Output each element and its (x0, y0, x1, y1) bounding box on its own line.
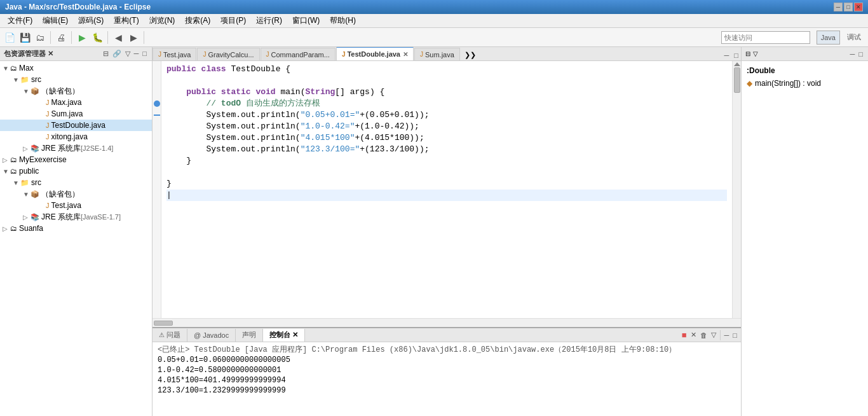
title-bar: Java - Max/src/TestDouble.java - Eclipse… (0, 0, 868, 14)
tab-commandparam[interactable]: J CommandParam... (261, 48, 336, 60)
back-button[interactable]: ◀ (111, 31, 125, 45)
minimize-button[interactable]: ─ (834, 3, 843, 11)
tab-javadoc[interactable]: @ Javadoc (187, 329, 236, 342)
scroll-up-arrow[interactable] (734, 62, 740, 66)
tree-item-suanfa[interactable]: ▷ 🗂 Suanfa (0, 223, 152, 234)
tree-item-testjava[interactable]: J Test.java (0, 200, 152, 211)
perspective-debug-button[interactable]: 调试 (843, 31, 865, 45)
menu-file[interactable]: 文件(F) (3, 14, 37, 27)
expand-arrow: ▷ (23, 145, 29, 152)
save-all-button[interactable]: 🗂 (33, 31, 47, 45)
package-icon: 📦 (31, 190, 39, 198)
editor-maximize-button[interactable]: □ (731, 50, 741, 60)
outline-class-name: :Double (747, 66, 863, 75)
tree-item-myexexercise[interactable]: ▷ 🗂 MyExexercise (0, 154, 152, 165)
remove-launch-button[interactable]: ✕ (689, 330, 698, 340)
tab-label: Test.java (163, 51, 191, 59)
link-editor-button[interactable]: 🔗 (111, 49, 123, 59)
menu-source[interactable]: 源码(S) (73, 14, 109, 27)
tree-label: TestDouble.java (51, 121, 105, 130)
tab-overflow-button[interactable]: ❯❯ (461, 50, 480, 60)
editor-hscrollbar[interactable] (153, 318, 741, 327)
tree-item-jre1[interactable]: ▷ 📚 JRE 系统库 [J2SE-1.4] (0, 142, 152, 154)
menu-refactor[interactable]: 重构(T) (109, 14, 144, 27)
console-line-4: 123.3/100=1.2329999999999999 (158, 385, 736, 396)
editor-minimize-button[interactable]: ─ (722, 50, 732, 60)
tab-close-button[interactable]: ✕ (403, 51, 408, 58)
tab-declaration[interactable]: 声明 (236, 329, 263, 342)
tree-item-default-pkg2[interactable]: ▼ 📦 （缺省包） (0, 188, 152, 200)
tree-item-src2[interactable]: ▼ 📁 src (0, 177, 152, 188)
search-input[interactable] (721, 31, 810, 44)
expand-arrow: ▼ (13, 76, 19, 83)
menu-search[interactable]: 搜索(A) (180, 14, 215, 27)
panel-menu-button[interactable]: ▽ (124, 49, 132, 59)
debug-button[interactable]: 🐛 (90, 31, 104, 45)
console-line-header: <已终止> TestDouble [Java 应用程序] C:\Program … (158, 345, 736, 355)
outline-menu-button[interactable]: ▽ (753, 50, 758, 57)
tree-item-src1[interactable]: ▼ 📁 src (0, 74, 152, 85)
project-icon: 🗂 (10, 167, 17, 175)
expand-arrow: ▷ (3, 156, 9, 163)
collapse-outline-button[interactable]: ⊟ (745, 50, 750, 57)
outline-method-label: main(String[]) : void (755, 79, 821, 88)
menu-window[interactable]: 窗口(W) (287, 14, 325, 27)
menu-navigate[interactable]: 浏览(N) (144, 14, 180, 27)
editor-vscrollbar[interactable] (732, 61, 741, 318)
save-button[interactable]: 💾 (18, 31, 32, 45)
outline-maximize-button[interactable]: □ (857, 50, 864, 59)
forward-button[interactable]: ▶ (126, 31, 140, 45)
close-button[interactable]: ✕ (854, 3, 863, 11)
package-icon: 📦 (31, 87, 39, 95)
expand-arrow: ▼ (23, 191, 29, 198)
tree-item-default-pkg1[interactable]: ▼ 📦 （缺省包） (0, 85, 152, 97)
menu-help[interactable]: 帮助(H) (325, 14, 361, 27)
menu-project[interactable]: 项目(P) (215, 14, 251, 27)
tree-sublabel: [JavaSE-1.7] (81, 213, 121, 221)
tree-item-xitongjava[interactable]: J xitong.java (0, 131, 152, 142)
menu-run[interactable]: 运行(R) (251, 14, 287, 27)
problems-icon: ⚠ (159, 331, 165, 338)
tree-item-max[interactable]: ▼ 🗂 Max (0, 62, 152, 74)
clear-console-button[interactable]: 🗑 (699, 331, 709, 340)
sep3 (107, 31, 108, 44)
tree-item-maxjava[interactable]: J Max.java (0, 97, 152, 108)
run-button[interactable]: ▶ (75, 31, 89, 45)
tree-item-public[interactable]: ▼ 🗂 public (0, 165, 152, 177)
maximize-button[interactable]: □ (844, 3, 853, 11)
tab-problems[interactable]: ⚠ 问题 (153, 329, 187, 342)
tab-testdouble[interactable]: J TestDouble.java ✕ (336, 47, 414, 60)
minimize-bottom-button[interactable]: ─ (723, 331, 731, 340)
tree-label: Sum.java (51, 109, 83, 118)
tree-label: JRE 系统库 (41, 212, 81, 223)
java-icon: J (420, 51, 423, 58)
tree-label: public (19, 167, 39, 176)
new-button[interactable]: 📄 (3, 31, 17, 45)
minimize-panel-button[interactable]: ─ (133, 49, 140, 59)
library-icon: 📚 (31, 213, 39, 221)
bottom-tabs: ⚠ 问题 @ Javadoc 声明 控制台 ✕ ■ ✕ 🗑 (153, 328, 741, 342)
java-icon: J (203, 51, 206, 58)
print-button[interactable]: 🖨 (54, 31, 68, 45)
outline-method-main[interactable]: ◆ main(String[]) : void (747, 79, 863, 88)
tab-sumjava[interactable]: J Sum.java (414, 48, 460, 60)
editor-gutter (153, 61, 161, 318)
outline-minimize-button[interactable]: ─ (849, 50, 857, 59)
tab-console[interactable]: 控制台 ✕ (263, 329, 305, 342)
tab-testjava[interactable]: J Test.java (153, 48, 196, 60)
perspective-java-button[interactable]: Java (817, 31, 840, 45)
menu-edit[interactable]: 编辑(E) (37, 14, 73, 27)
java-file-icon: J (46, 121, 50, 129)
console-options-button[interactable]: ▽ (710, 330, 717, 340)
maximize-bottom-button[interactable]: □ (731, 331, 738, 340)
maximize-panel-button[interactable]: □ (141, 49, 148, 59)
hscroll-thumb[interactable] (154, 321, 173, 326)
tree-item-sumjava[interactable]: J Sum.java (0, 108, 152, 120)
collapse-all-button[interactable]: ⊟ (102, 49, 110, 59)
terminate-button[interactable]: ■ (681, 329, 688, 340)
tab-gravitycalcu[interactable]: J GravityCalcu... (197, 48, 259, 60)
scroll-thumb[interactable] (734, 67, 740, 93)
code-editor[interactable]: public class TestDouble { public static … (161, 61, 732, 318)
tree-item-testdoublejava[interactable]: J TestDouble.java (0, 120, 152, 131)
tree-item-jre2[interactable]: ▷ 📚 JRE 系统库 [JavaSE-1.7] (0, 211, 152, 223)
